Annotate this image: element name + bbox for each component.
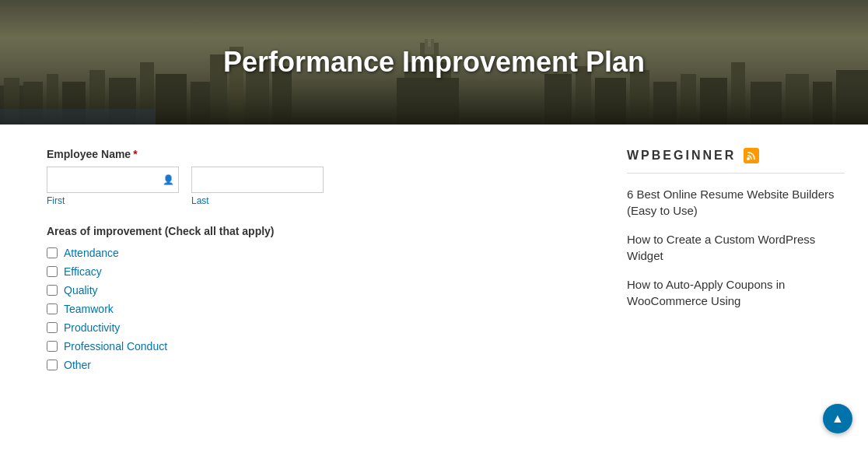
last-name-input[interactable] xyxy=(191,167,324,193)
checkbox-list: AttendanceEfficacyQualityTeamworkProduct… xyxy=(47,247,596,371)
sidebar-brand: WPBEGINNER xyxy=(627,149,736,163)
last-label: Last xyxy=(191,195,324,206)
sidebar-link-1[interactable]: How to Create a Custom WordPress Widget xyxy=(627,233,815,262)
first-input-wrap: 👤 xyxy=(47,167,179,193)
checkbox-label-professional-conduct[interactable]: Professional Conduct xyxy=(64,340,167,353)
form-area: Employee Name* 👤 First Last Areas of imp… xyxy=(16,148,596,371)
checkbox-label-attendance[interactable]: Attendance xyxy=(64,247,119,259)
checkbox-professional-conduct[interactable] xyxy=(47,341,58,352)
hero-banner: Performance Improvement Plan xyxy=(0,0,868,125)
checkbox-productivity[interactable] xyxy=(47,322,58,333)
rss-icon[interactable] xyxy=(744,148,759,163)
checkbox-label-other[interactable]: Other xyxy=(64,359,91,371)
person-icon: 👤 xyxy=(163,174,174,185)
checkbox-item: Efficacy xyxy=(47,265,596,278)
employee-name-label: Employee Name* xyxy=(47,148,596,160)
checkbox-label-teamwork[interactable]: Teamwork xyxy=(64,303,114,315)
areas-label: Areas of improvement (Check all that app… xyxy=(47,225,596,237)
checkbox-label-productivity[interactable]: Productivity xyxy=(64,321,120,334)
sidebar-link-2[interactable]: How to Auto-Apply Coupons in WooCommerce… xyxy=(627,278,785,307)
sidebar-link-item: How to Create a Custom WordPress Widget xyxy=(627,231,845,264)
checkbox-teamwork[interactable] xyxy=(47,303,58,314)
checkbox-other[interactable] xyxy=(47,360,58,370)
svg-rect-32 xyxy=(0,109,156,125)
sidebar-link-item: How to Auto-Apply Coupons in WooCommerce… xyxy=(627,276,845,309)
checkbox-quality[interactable] xyxy=(47,285,58,296)
sidebar-link-0[interactable]: 6 Best Online Resume Website Builders (E… xyxy=(627,188,835,217)
checkbox-attendance[interactable] xyxy=(47,247,58,258)
main-content: Employee Name* 👤 First Last Areas of imp… xyxy=(0,125,868,395)
checkbox-item: Teamwork xyxy=(47,303,596,315)
checkbox-item: Quality xyxy=(47,284,596,296)
sidebar-link-item: 6 Best Online Resume Website Builders (E… xyxy=(627,186,845,219)
checkbox-label-quality[interactable]: Quality xyxy=(64,284,98,296)
checkbox-efficacy[interactable] xyxy=(47,266,58,277)
checkbox-label-efficacy[interactable]: Efficacy xyxy=(64,265,102,278)
name-fields: 👤 First Last xyxy=(47,167,596,206)
checkbox-item: Other xyxy=(47,359,596,371)
svg-point-33 xyxy=(747,157,750,160)
first-name-input[interactable] xyxy=(47,167,179,193)
checkbox-item: Professional Conduct xyxy=(47,340,596,353)
sidebar: WPBEGINNER 6 Best Online Resume Website … xyxy=(627,148,852,371)
last-name-wrap: Last xyxy=(191,167,324,206)
sidebar-links: 6 Best Online Resume Website Builders (E… xyxy=(627,186,845,309)
first-label: First xyxy=(47,195,179,206)
checkbox-item: Productivity xyxy=(47,321,596,334)
sidebar-header: WPBEGINNER xyxy=(627,148,845,174)
checkbox-item: Attendance xyxy=(47,247,596,259)
first-name-wrap: 👤 First xyxy=(47,167,179,206)
hero-title: Performance Improvement Plan xyxy=(223,46,645,79)
